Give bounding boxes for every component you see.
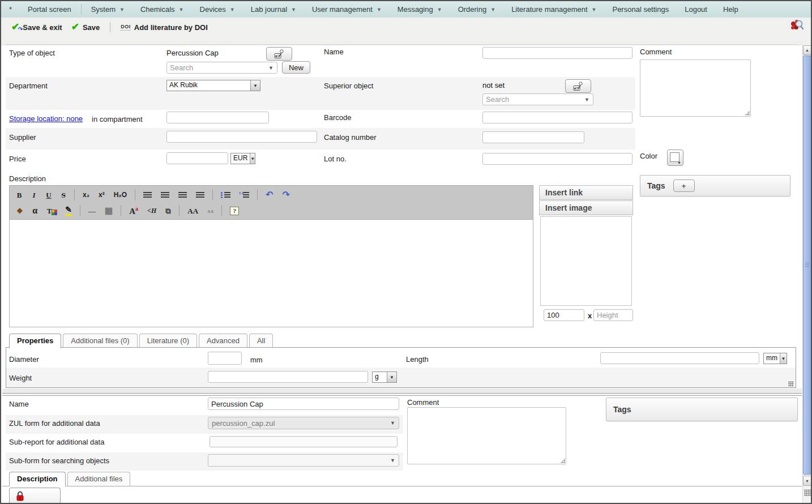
zul-form-value: percussion_cap.zul [208, 419, 387, 428]
bullet-list-button[interactable] [217, 189, 234, 202]
tab-properties[interactable]: Properties [9, 334, 61, 348]
select-arrow-icon[interactable]: ▼ [387, 372, 396, 382]
horizontal-rule-button[interactable]: — [84, 204, 100, 217]
highlighter-button[interactable]: ✎ [61, 204, 76, 217]
insert-table-button[interactable]: ▦ [101, 204, 117, 217]
chevron-down-icon[interactable]: ▼ [387, 420, 399, 426]
chem-formula-button[interactable]: H₂O [110, 189, 131, 202]
splitter[interactable] [2, 393, 802, 396]
select-arrow-icon[interactable]: ▼ [250, 80, 260, 91]
scroll-up-button[interactable]: ▲ [803, 45, 811, 55]
main-tabstrip: PropertiesAdditional files (0)Literature… [9, 334, 275, 348]
font-style-button[interactable]: Aa [125, 204, 142, 217]
barcode-input[interactable] [482, 112, 632, 123]
decrease-font-button[interactable]: ᴀᴀ [203, 204, 217, 217]
chevron-down-icon[interactable]: ▼ [387, 458, 399, 463]
storage-location-link[interactable]: Storage location: none [9, 114, 83, 123]
bold-button[interactable]: B [12, 189, 26, 202]
align-justify-button[interactable] [192, 189, 208, 202]
description-label: Description [9, 174, 46, 183]
barcode-label: Barcode [324, 113, 351, 122]
increase-font-button[interactable]: AA [183, 204, 202, 217]
editor-toolbar-separator [121, 205, 121, 216]
catalog-number-input[interactable] [482, 131, 584, 143]
panel-resize-grip[interactable] [788, 381, 794, 387]
horizontal-scrollbar-track[interactable] [2, 388, 802, 393]
select-arrow-icon[interactable]: ▼ [250, 153, 255, 164]
align-left-button[interactable] [139, 189, 156, 202]
tab-all[interactable]: All [249, 334, 273, 348]
lock-tab[interactable] [9, 488, 61, 503]
lot-no-input[interactable] [482, 153, 632, 165]
weight-unit-select[interactable]: g ▼ [372, 371, 397, 383]
image-width-input[interactable] [544, 309, 584, 321]
object-type-search-combobox[interactable]: ▼ [166, 62, 277, 74]
diameter-input[interactable] [208, 352, 242, 365]
align-center-button[interactable] [157, 189, 173, 202]
horizontal-rule-icon: — [88, 207, 96, 215]
select-superior-object-button[interactable] [565, 79, 591, 93]
color-label: Color [640, 152, 657, 160]
special-characters-icon: ❖ [16, 207, 23, 215]
html-source-button[interactable]: <H [143, 204, 160, 217]
font-color-button[interactable]: T [43, 204, 61, 217]
price-input[interactable] [166, 152, 228, 164]
insert-image-header[interactable]: Insert image [539, 200, 633, 215]
subform-combobox[interactable]: ▼ [208, 454, 399, 467]
select-object-type-button[interactable] [266, 47, 292, 61]
add-tag-button[interactable]: + [673, 180, 695, 192]
bottom-tab-additional-files[interactable]: Additional files [67, 472, 131, 486]
image-height-input[interactable] [593, 309, 633, 321]
editor-toolbar-separator [212, 189, 213, 200]
tab-additional-files-0[interactable]: Additional files (0) [63, 334, 137, 348]
weight-input[interactable] [208, 371, 368, 383]
chevron-down-icon[interactable]: ▼ [581, 97, 593, 102]
type-name-input[interactable] [208, 398, 399, 410]
chevron-down-icon[interactable]: ▼ [265, 65, 277, 71]
underline-button[interactable]: U [42, 189, 55, 202]
strikethrough-button[interactable]: S [57, 189, 70, 202]
greek-letters-button[interactable]: α [28, 204, 42, 217]
superior-object-search-input[interactable] [483, 95, 581, 104]
department-label: Department [9, 82, 48, 90]
compartment-input[interactable] [166, 112, 269, 123]
tab-literature-0[interactable]: Literature (0) [139, 334, 197, 348]
description-editor-area[interactable] [9, 220, 533, 327]
image-drop-zone[interactable] [540, 216, 632, 306]
tab-advanced[interactable]: Advanced [199, 334, 247, 348]
new-object-type-button[interactable]: New [282, 61, 310, 74]
length-unit-select[interactable]: mm ▼ [763, 353, 787, 364]
superior-object-search-combobox[interactable]: ▼ [482, 93, 593, 105]
currency-select[interactable]: EUR ▼ [230, 153, 255, 164]
align-right-button[interactable] [174, 189, 191, 202]
italic-button[interactable]: I [27, 189, 41, 202]
font-style-icon: Aa [129, 206, 138, 216]
type-comment-textarea[interactable] [407, 407, 566, 464]
color-picker-button[interactable]: ▼ [667, 150, 683, 166]
supplier-input[interactable] [166, 131, 317, 143]
superscript-button[interactable]: x² [95, 189, 109, 202]
redo-button[interactable]: ↷ [278, 189, 293, 202]
window-resize-grip[interactable] [804, 489, 811, 496]
undo-button[interactable]: ↶ [262, 189, 277, 202]
comment-textarea[interactable] [640, 59, 751, 117]
vertical-scrollbar-thumb[interactable] [803, 55, 811, 475]
insert-template-button[interactable]: ⧉ [161, 204, 175, 217]
select-arrow-icon[interactable]: ▼ [780, 353, 787, 364]
subscript-button[interactable]: x₂ [79, 189, 93, 202]
special-characters-button[interactable]: ❖ [12, 204, 27, 217]
length-input[interactable] [600, 352, 759, 364]
department-select[interactable]: AK Rubik ▼ [166, 80, 260, 91]
scroll-down-button[interactable]: ▼ [803, 476, 811, 486]
insert-link-header[interactable]: Insert link [539, 185, 633, 200]
insert-image-label: Insert image [545, 203, 592, 212]
subreport-input[interactable] [210, 436, 398, 447]
name-input[interactable] [482, 47, 632, 59]
zul-form-combobox[interactable]: percussion_cap.zul ▼ [208, 417, 399, 429]
help-button[interactable]: ? [226, 204, 243, 217]
object-type-search-input[interactable] [167, 63, 265, 72]
numbered-list-button[interactable] [236, 189, 253, 202]
bottom-tab-description[interactable]: Description [9, 472, 66, 486]
superior-object-value: not set [482, 81, 505, 89]
form-top-border [6, 44, 798, 45]
